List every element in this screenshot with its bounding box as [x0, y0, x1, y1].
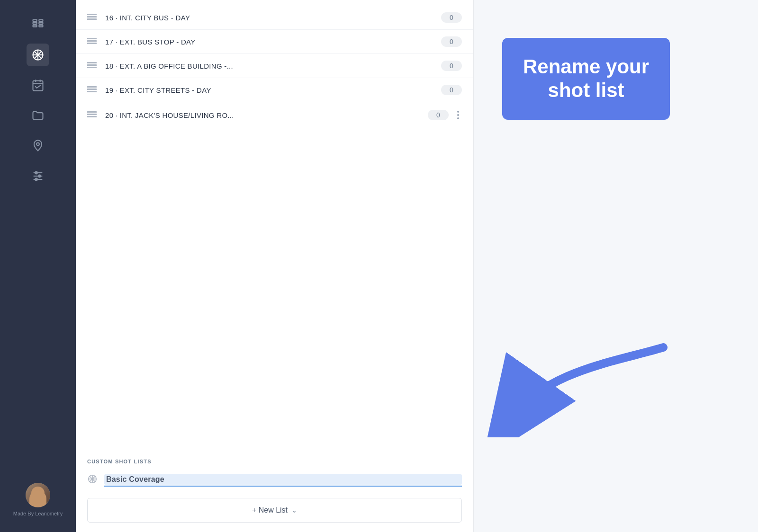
svg-rect-25: [87, 38, 97, 39]
svg-rect-3: [39, 20, 43, 22]
tooltip-line2: shot list: [523, 79, 649, 102]
scene-count: 0: [441, 36, 462, 47]
svg-rect-23: [87, 16, 97, 18]
new-list-button[interactable]: + New List ⌄: [87, 498, 462, 523]
tooltip-line1: Rename your: [523, 55, 649, 79]
table-row[interactable]: 20 · INT. JACK'S HOUSE/LIVING RO... 0: [76, 102, 473, 128]
new-list-label: + New List: [252, 506, 288, 514]
svg-rect-26: [87, 40, 97, 42]
svg-rect-30: [87, 67, 97, 68]
svg-point-19: [35, 172, 37, 174]
scene-name: 17 · EXT. BUS STOP - DAY: [105, 38, 441, 46]
table-row[interactable]: 18 · EXT. A BIG OFFICE BUILDING -... 0: [76, 54, 473, 78]
table-row[interactable]: 19 · EXT. CITY STREETS - DAY 0: [76, 78, 473, 102]
sidebar-user-label: Made By Leanometry: [13, 510, 63, 517]
svg-point-20: [38, 175, 41, 177]
scene-icon: [87, 62, 97, 70]
table-row[interactable]: 17 · EXT. BUS STOP - DAY 0: [76, 30, 473, 54]
scene-count: 0: [428, 110, 449, 120]
scene-count: 0: [441, 61, 462, 71]
svg-rect-34: [87, 111, 97, 113]
svg-rect-31: [87, 86, 97, 88]
scene-icon: [87, 86, 97, 94]
svg-point-21: [35, 178, 37, 181]
sidebar-item-aperture[interactable]: [27, 44, 49, 66]
svg-rect-2: [33, 25, 37, 27]
sidebar-item-folder[interactable]: [27, 104, 49, 127]
chevron-down-icon: ⌄: [291, 506, 297, 514]
svg-rect-33: [87, 91, 97, 92]
custom-list-aperture-icon: [87, 474, 98, 487]
sidebar-item-calendar[interactable]: [27, 74, 49, 97]
scene-icon: [87, 111, 97, 119]
svg-rect-35: [87, 114, 97, 115]
avatar[interactable]: [26, 483, 50, 507]
scene-count: 0: [441, 12, 462, 23]
scene-name: 16 · INT. CITY BUS - DAY: [105, 14, 441, 22]
sidebar-item-sliders[interactable]: [27, 165, 49, 187]
custom-section-title: CUSTOM SHOT LISTS: [87, 459, 462, 464]
input-underline: [104, 486, 462, 487]
svg-rect-5: [39, 25, 43, 27]
sidebar-item-grid[interactable]: [27, 13, 49, 36]
svg-rect-0: [33, 20, 37, 22]
svg-rect-28: [87, 62, 97, 63]
custom-list-name-wrapper: [104, 474, 462, 487]
svg-rect-36: [87, 116, 97, 117]
sidebar: Made By Leanometry: [0, 0, 76, 532]
custom-list-name-input[interactable]: [104, 474, 462, 485]
scene-name: 19 · EXT. CITY STREETS - DAY: [105, 86, 441, 94]
list-panel: 16 · INT. CITY BUS - DAY 0 17 · EXT. BUS…: [76, 0, 474, 532]
arrow-annotation: [474, 333, 711, 437]
custom-list-item: [87, 472, 462, 490]
scene-name: 20 · INT. JACK'S HOUSE/LIVING RO...: [105, 111, 428, 119]
scene-list: 16 · INT. CITY BUS - DAY 0 17 · EXT. BUS…: [76, 0, 473, 449]
annotation-panel: Rename your shot list: [474, 0, 758, 532]
scene-icon: [87, 14, 97, 21]
tooltip-box: Rename your shot list: [502, 38, 670, 120]
svg-rect-4: [39, 22, 43, 24]
svg-rect-24: [87, 18, 97, 20]
svg-rect-11: [33, 81, 43, 91]
main-content: 16 · INT. CITY BUS - DAY 0 17 · EXT. BUS…: [76, 0, 758, 532]
svg-rect-29: [87, 64, 97, 66]
custom-shot-lists-section: CUSTOM SHOT LISTS: [76, 449, 473, 498]
svg-point-15: [36, 143, 39, 146]
sidebar-item-location[interactable]: [27, 134, 49, 157]
svg-rect-32: [87, 89, 97, 90]
scene-more-button[interactable]: [454, 109, 462, 121]
svg-rect-22: [87, 14, 97, 15]
svg-rect-1: [33, 22, 37, 24]
table-row[interactable]: 16 · INT. CITY BUS - DAY 0: [76, 6, 473, 30]
scene-name: 18 · EXT. A BIG OFFICE BUILDING -...: [105, 62, 441, 70]
scene-count: 0: [441, 85, 462, 95]
svg-rect-27: [87, 43, 97, 44]
scene-icon: [87, 38, 97, 45]
